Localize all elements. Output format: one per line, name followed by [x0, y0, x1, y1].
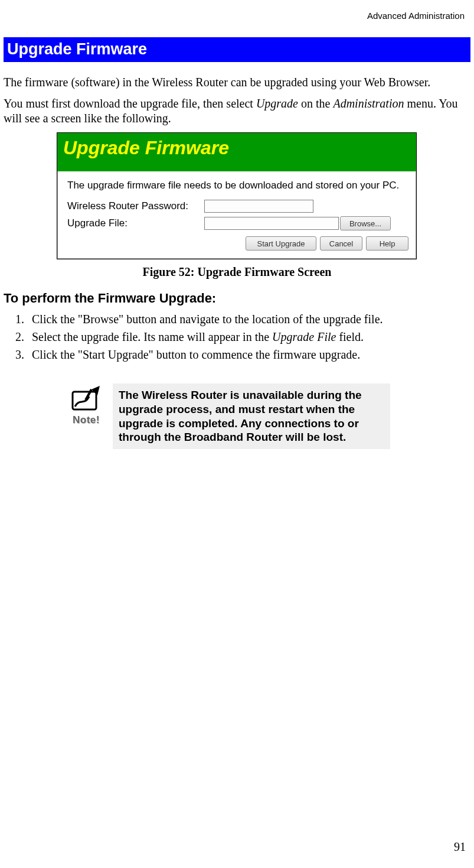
browse-button[interactable]: Browse... — [340, 216, 391, 230]
intro-p2-part-a: You must first download the upgrade file… — [4, 97, 256, 110]
start-upgrade-button[interactable]: Start Upgrade — [246, 236, 316, 251]
step-3: Click the "Start Upgrade" button to comm… — [27, 347, 470, 362]
note-icon — [68, 386, 104, 413]
steps-heading: To perform the Firmware Upgrade: — [4, 291, 470, 306]
label-router-password: Wireless Router Password: — [67, 200, 204, 212]
input-upgrade-file[interactable] — [204, 217, 339, 230]
figure-caption: Figure 52: Upgrade Firmware Screen — [4, 265, 470, 279]
intro-p2-italic-admin: Administration — [333, 97, 404, 110]
input-router-password[interactable] — [204, 200, 313, 213]
note-text: The Wireless Router is unavailable durin… — [113, 383, 390, 449]
cancel-button[interactable]: Cancel — [320, 236, 362, 251]
label-upgrade-file: Upgrade File: — [67, 217, 204, 229]
step-2-part-a: Select the upgrade file. Its name will a… — [32, 330, 272, 343]
intro-p2-italic-upgrade: Upgrade — [256, 97, 298, 110]
note-label: Note! — [60, 414, 113, 426]
step-2: Select the upgrade file. Its name will a… — [27, 330, 470, 344]
intro-p2-part-c: on the — [298, 97, 333, 110]
step-2-part-c: field. — [336, 330, 364, 343]
running-header: Advanced Administration — [4, 11, 465, 21]
steps-list: Click the "Browse" button and navigate t… — [4, 312, 470, 362]
page-number: 91 — [454, 840, 466, 854]
figure-window-title: Upgrade Firmware — [57, 133, 416, 171]
step-1: Click the "Browse" button and navigate t… — [27, 312, 470, 327]
figure-upgrade-firmware: Upgrade Firmware The upgrade firmware fi… — [57, 132, 417, 259]
step-2-italic: Upgrade File — [272, 330, 336, 343]
note-block: Note! The Wireless Router is unavailable… — [60, 383, 390, 449]
help-button[interactable]: Help — [366, 236, 408, 251]
section-title-bar: Upgrade Firmware — [4, 37, 470, 62]
figure-instruction-text: The upgrade firmware file needs to be do… — [67, 179, 410, 193]
intro-paragraph-2: You must first download the upgrade file… — [4, 96, 470, 125]
intro-paragraph-1: The firmware (software) in the Wireless … — [4, 75, 470, 89]
